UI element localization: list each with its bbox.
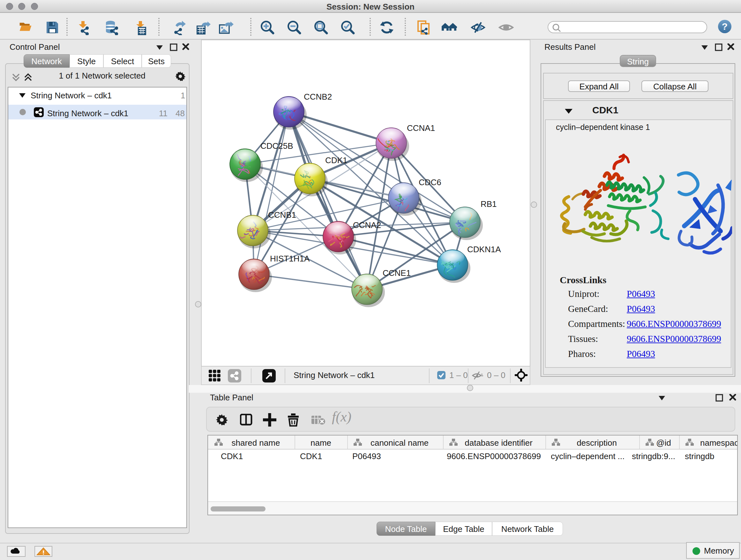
svg-text:CDC25B: CDC25B (260, 141, 293, 151)
svg-text:CDKN1A: CDKN1A (467, 245, 501, 254)
svg-text:CDK1: CDK1 (325, 155, 347, 165)
svg-text:CCNE1: CCNE1 (383, 268, 411, 278)
svg-text:CDC6: CDC6 (419, 178, 441, 187)
svg-text:CCNA2: CCNA2 (353, 220, 381, 230)
svg-text:HIST1H1A: HIST1H1A (270, 254, 310, 263)
svg-text:RB1: RB1 (481, 199, 497, 209)
svg-text:CCNA1: CCNA1 (407, 123, 435, 133)
svg-text:CCNB1: CCNB1 (268, 210, 296, 220)
svg-text:CCNB2: CCNB2 (304, 92, 332, 102)
